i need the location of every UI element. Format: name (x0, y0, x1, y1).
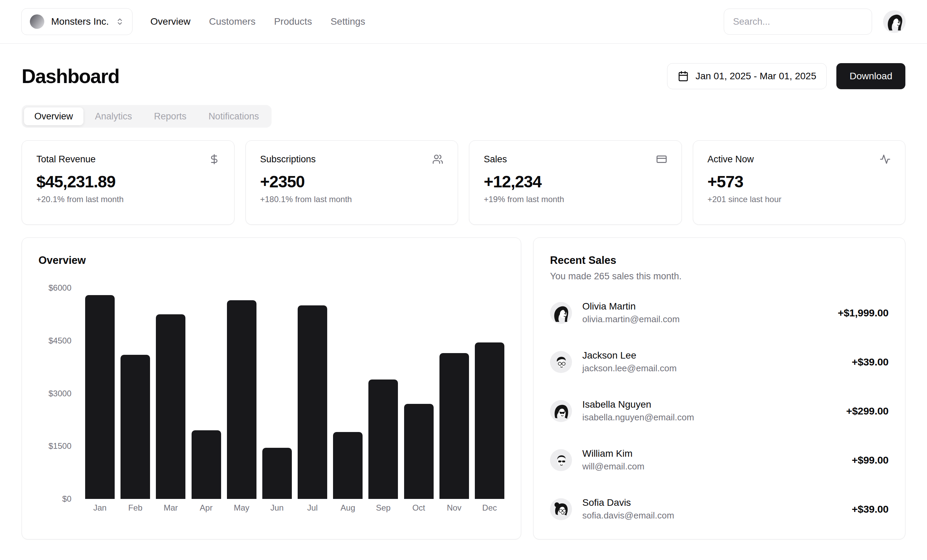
stat-card-total-revenue: Total Revenue $45,231.89 +20.1% from las… (21, 140, 234, 225)
avatar-isabella-nguyen (550, 400, 572, 422)
bar-jul (298, 305, 327, 499)
chart-title: Overview (38, 254, 505, 267)
stat-card-sales: Sales +12,234 +19% from last month (469, 140, 682, 225)
x-tick-label: Apr (191, 503, 221, 513)
x-tick-label: Aug (333, 503, 363, 513)
x-tick-label: Nov (439, 503, 469, 513)
nav-link-overview[interactable]: Overview (150, 16, 190, 27)
nav-link-settings[interactable]: Settings (331, 16, 365, 27)
sale-name: William Kim (582, 448, 644, 459)
x-tick-label: Oct (404, 503, 434, 513)
sale-row-olivia-martin: Olivia Martin olivia.martin@email.com +$… (550, 301, 889, 325)
x-tick-label: Jun (262, 503, 292, 513)
nav-link-customers[interactable]: Customers (209, 16, 255, 27)
calendar-icon (678, 71, 689, 82)
avatar-jackson-lee (550, 351, 572, 373)
stat-card-subscriptions: Subscriptions +2350 +180.1% from last mo… (246, 140, 458, 225)
sale-amount: +$99.00 (852, 454, 889, 466)
sale-amount: +$39.00 (852, 356, 889, 368)
stat-title: Total Revenue (36, 154, 96, 165)
top-navigation-bar: Monsters Inc. Overview Customers Product… (0, 0, 927, 44)
sale-email: jackson.lee@email.com (582, 363, 677, 374)
x-tick-label: Jul (298, 503, 327, 513)
y-tick-label: $0 (62, 494, 71, 504)
bar-chart-plot (85, 288, 505, 499)
avatar-sofia-davis (550, 498, 572, 520)
bar-oct (404, 404, 434, 499)
avatar-olivia-martin (550, 302, 572, 324)
main-nav: Overview Customers Products Settings (150, 16, 365, 27)
users-icon (432, 154, 443, 165)
bar-may (227, 300, 257, 499)
x-tick-label: Sep (368, 503, 398, 513)
bar-mar (156, 314, 185, 499)
team-name: Monsters Inc. (51, 16, 109, 27)
sale-email: will@email.com (582, 461, 644, 472)
stat-change: +180.1% from last month (260, 194, 444, 204)
bar-jan (85, 295, 115, 499)
credit-card-icon (656, 154, 667, 165)
x-tick-label: Jan (85, 503, 115, 513)
sale-amount: +$299.00 (846, 405, 889, 417)
dollar-sign-icon (209, 154, 220, 165)
y-tick-label: $1500 (49, 441, 71, 451)
bar-chart-yaxis: $6000$4500$3000$1500$0 (38, 288, 71, 499)
tab-analytics[interactable]: Analytics (85, 108, 143, 125)
stat-cards-row: Total Revenue $45,231.89 +20.1% from las… (21, 140, 906, 225)
stat-value: +2350 (260, 172, 444, 191)
dashboard-tabs: Overview Analytics Reports Notifications (21, 105, 272, 127)
sale-amount: +$39.00 (852, 503, 889, 515)
date-range-picker[interactable]: Jan 01, 2025 - Mar 01, 2025 (667, 63, 827, 89)
overview-chart-card: Overview $6000$4500$3000$1500$0 JanFebMa… (21, 237, 521, 539)
stat-value: +12,234 (484, 172, 667, 191)
bar-aug (333, 432, 363, 499)
tab-reports[interactable]: Reports (144, 108, 197, 125)
stat-card-active-now: Active Now +573 +201 since last hour (693, 140, 906, 225)
stat-change: +201 since last hour (708, 194, 891, 204)
stat-change: +19% from last month (484, 194, 667, 204)
stat-value: $45,231.89 (36, 172, 220, 191)
tab-overview[interactable]: Overview (24, 108, 84, 125)
sale-email: olivia.martin@email.com (582, 314, 680, 325)
search-input[interactable] (724, 9, 872, 35)
user-avatar[interactable] (883, 10, 906, 33)
recent-sales-card: Recent Sales You made 265 sales this mon… (533, 237, 906, 539)
bar-feb (120, 355, 150, 499)
stat-change: +20.1% from last month (36, 194, 220, 204)
sale-name: Sofia Davis (582, 497, 674, 508)
x-tick-label: May (227, 503, 257, 513)
bar-apr (191, 430, 221, 499)
y-tick-label: $4500 (49, 336, 71, 346)
sale-email: isabella.nguyen@email.com (582, 412, 694, 423)
stat-title: Active Now (708, 154, 754, 165)
sale-row-jackson-lee: Jackson Lee jackson.lee@email.com +$39.0… (550, 350, 889, 374)
sale-row-william-kim: William Kim will@email.com +$99.00 (550, 448, 889, 472)
recent-sales-subtitle: You made 265 sales this month. (550, 271, 889, 282)
sale-name: Isabella Nguyen (582, 399, 694, 410)
sale-name: Jackson Lee (582, 350, 677, 361)
stat-value: +573 (708, 172, 891, 191)
download-button[interactable]: Download (836, 63, 906, 89)
stat-title: Subscriptions (260, 154, 316, 165)
nav-link-products[interactable]: Products (274, 16, 312, 27)
bar-sep (368, 379, 398, 499)
tab-notifications[interactable]: Notifications (198, 108, 269, 125)
sale-name: Olivia Martin (582, 301, 680, 312)
team-switcher[interactable]: Monsters Inc. (21, 8, 132, 35)
date-range-value: Jan 01, 2025 - Mar 01, 2025 (696, 71, 816, 82)
chevrons-up-down-icon (116, 18, 124, 26)
recent-sales-list: Olivia Martin olivia.martin@email.com +$… (550, 301, 889, 521)
recent-sales-title: Recent Sales (550, 254, 889, 267)
dashboard-main: Dashboard Jan 01, 2025 - Mar 01, 2025 Do… (0, 63, 927, 539)
x-tick-label: Feb (120, 503, 150, 513)
y-tick-label: $6000 (49, 283, 71, 293)
team-logo (30, 14, 44, 29)
page-title: Dashboard (21, 65, 119, 88)
bar-dec (475, 343, 505, 499)
x-tick-label: Dec (475, 503, 505, 513)
bar-chart-xaxis: JanFebMarAprMayJunJulAugSepOctNovDec (85, 503, 505, 513)
sale-amount: +$1,999.00 (838, 307, 889, 319)
stat-title: Sales (484, 154, 507, 165)
sale-row-sofia-davis: Sofia Davis sofia.davis@email.com +$39.0… (550, 497, 889, 521)
bar-nov (439, 353, 469, 499)
